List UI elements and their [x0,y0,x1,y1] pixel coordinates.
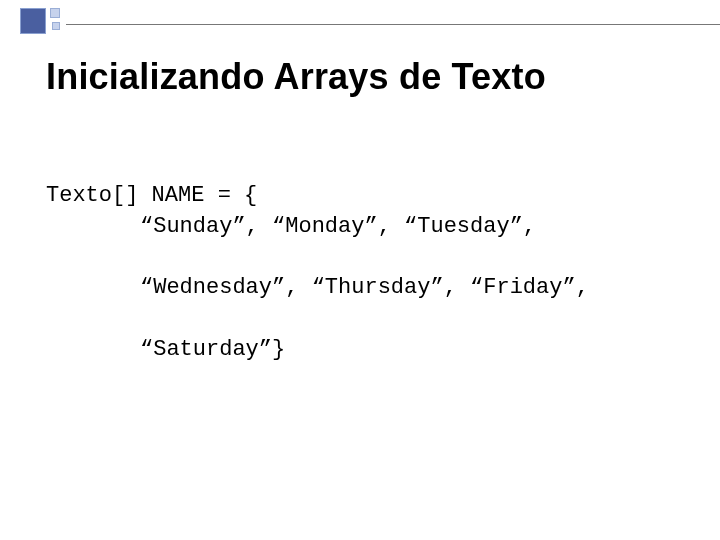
deco-square-large [20,8,46,34]
code-line: “Sunday”, “Monday”, “Tuesday”, [140,212,589,243]
deco-square-small [52,22,60,30]
slide-title: Inicializando Arrays de Texto [46,56,546,98]
code-line: “Saturday”} [140,335,589,366]
code-line: “Wednesday”, “Thursday”, “Friday”, [140,273,589,304]
top-divider-line [66,24,720,25]
code-line: Texto[] NAME = { [46,183,257,208]
deco-square-small [50,8,60,18]
code-block: Texto[] NAME = { “Sunday”, “Monday”, “Tu… [46,150,589,396]
